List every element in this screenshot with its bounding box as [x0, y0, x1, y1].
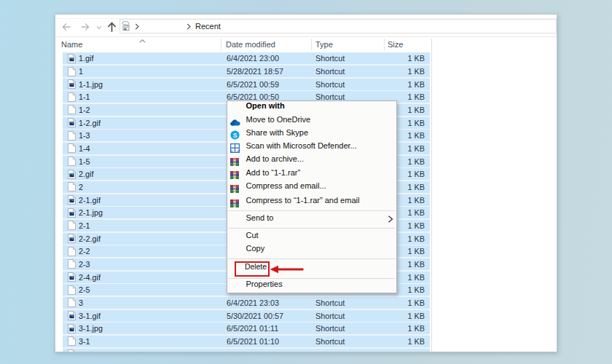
svg-text:S: S: [233, 131, 238, 138]
